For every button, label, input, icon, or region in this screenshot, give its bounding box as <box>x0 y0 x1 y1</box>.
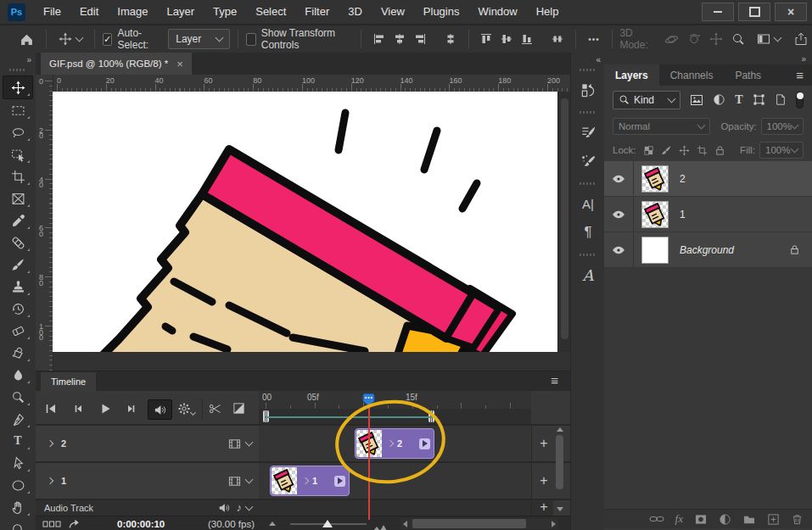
layer-style-button[interactable]: fx <box>675 512 683 526</box>
brush-settings-panel-icon[interactable] <box>571 147 605 176</box>
filter-smart-objects-icon[interactable] <box>775 93 787 106</box>
menu-help[interactable]: Help <box>527 1 568 23</box>
history-panel-icon[interactable] <box>571 75 605 104</box>
layer-row-background[interactable]: Background <box>604 232 812 268</box>
auto-select-target-dropdown[interactable]: Layer <box>168 29 230 49</box>
layers-panel-menu-icon[interactable]: ≡ <box>796 69 804 81</box>
lasso-tool[interactable] <box>3 121 32 143</box>
dodge-tool[interactable] <box>3 386 32 408</box>
previous-frame-button[interactable] <box>71 402 85 416</box>
track-header-1[interactable]: 1 <box>36 463 259 499</box>
maximize-button[interactable] <box>738 3 770 21</box>
clone-stamp-tool[interactable] <box>3 276 32 298</box>
convert-to-frame-animation-button[interactable] <box>42 520 61 528</box>
layer-filter-dropdown[interactable]: Kind <box>613 91 680 109</box>
align-horizontal-centers-button[interactable] <box>389 33 410 45</box>
align-top-edges-button[interactable] <box>476 33 496 45</box>
distribute-horizontal-button[interactable] <box>440 33 461 45</box>
pen-tool[interactable] <box>3 408 32 430</box>
layer-name[interactable]: Background <box>680 244 734 256</box>
vertical-ruler[interactable]: 02 04 06 08 01 0 0 <box>36 75 53 371</box>
timeline-zoom-slider-thumb[interactable] <box>322 520 333 527</box>
auto-select-checkbox[interactable]: ✓ <box>103 33 113 46</box>
layer-lock-icon[interactable] <box>789 244 800 255</box>
blend-mode-dropdown[interactable]: Normal <box>613 118 710 135</box>
layer-name[interactable]: 1 <box>680 209 686 220</box>
mute-audio-button[interactable] <box>148 399 172 420</box>
menu-plugins[interactable]: Plugins <box>414 1 469 23</box>
eraser-tool[interactable] <box>3 320 32 342</box>
hand-tool[interactable] <box>3 496 32 518</box>
add-layer-mask-button[interactable] <box>694 514 708 525</box>
audio-mute-icon[interactable] <box>218 502 230 514</box>
glyphs-panel-icon[interactable]: A <box>571 260 605 289</box>
paint-bucket-tool[interactable] <box>3 342 32 364</box>
align-right-edges-button[interactable] <box>410 33 430 45</box>
align-vertical-centers-button[interactable] <box>496 33 517 45</box>
go-to-first-frame-button[interactable] <box>44 402 58 416</box>
move-tool-preset[interactable] <box>54 32 87 46</box>
scroll-up-icon[interactable] <box>557 427 563 432</box>
photoshop-logo-icon[interactable]: Ps <box>8 3 25 21</box>
frame-tool[interactable] <box>3 187 32 209</box>
layer-thumbnail[interactable] <box>641 165 669 192</box>
zoom-out-timeline-icon[interactable] <box>269 522 276 526</box>
transition-button[interactable] <box>232 402 245 415</box>
timeline-horizontal-scrollbar[interactable] <box>400 518 558 529</box>
document-tab[interactable]: GIF.psd @ 100% (RGB/8) * × <box>41 53 192 75</box>
lock-position-icon[interactable] <box>679 145 690 156</box>
panel-expand-icon[interactable]: » <box>604 53 812 64</box>
filter-type-layers-icon[interactable]: T <box>735 93 742 107</box>
toolbar-expand-icon[interactable]: » <box>0 53 36 66</box>
character-panel-icon[interactable]: A| <box>571 189 605 218</box>
lock-image-icon[interactable] <box>661 145 672 156</box>
toolbar-grip[interactable] <box>9 69 26 71</box>
document-canvas[interactable] <box>53 92 557 352</box>
menu-edit[interactable]: Edit <box>70 1 108 23</box>
home-button[interactable] <box>15 32 38 47</box>
music-note-icon[interactable]: ♪ <box>237 501 243 514</box>
add-audio-button[interactable]: + <box>535 500 553 514</box>
menu-3d[interactable]: 3D <box>339 1 372 23</box>
zoom-in-timeline-icon[interactable] <box>373 522 387 530</box>
panels-collapse-icon[interactable]: « <box>571 53 605 66</box>
crop-tool[interactable] <box>3 165 32 187</box>
spot-healing-brush-tool[interactable] <box>3 232 32 254</box>
clip-expand-icon[interactable] <box>302 477 309 484</box>
brush-tool[interactable] <box>3 254 32 276</box>
timeline-menu-icon[interactable]: ≡ <box>551 374 558 387</box>
history-brush-tool[interactable] <box>3 298 32 320</box>
more-align-options-button[interactable]: ••• <box>584 35 604 44</box>
document-close-icon[interactable]: × <box>176 58 183 70</box>
layer-visibility-toggle[interactable] <box>604 232 634 267</box>
video-track-icon[interactable] <box>228 438 241 450</box>
layer-name[interactable]: 2 <box>680 173 686 185</box>
menu-file[interactable]: File <box>34 1 70 23</box>
move-tool[interactable] <box>3 75 33 99</box>
ellipse-shape-tool[interactable] <box>3 474 32 496</box>
filter-adjustment-layers-icon[interactable] <box>713 93 725 106</box>
share-image-button[interactable] <box>790 32 812 46</box>
fill-field[interactable]: 100% <box>759 142 804 159</box>
menu-window[interactable]: Window <box>468 1 526 23</box>
align-left-edges-button[interactable] <box>369 33 389 45</box>
add-media-button[interactable]: + <box>535 437 553 450</box>
path-selection-tool[interactable] <box>3 452 32 474</box>
scroll-down-icon[interactable] <box>557 507 563 511</box>
paragraph-panel-icon[interactable]: ¶ <box>571 218 605 247</box>
split-at-playhead-button[interactable] <box>209 402 222 416</box>
delete-layer-button[interactable] <box>791 513 804 526</box>
vertical-scrollbar[interactable] <box>557 92 571 352</box>
audio-track-header[interactable]: Audio Track ♪ <box>36 499 259 516</box>
zoom-tool[interactable] <box>3 518 32 530</box>
distribute-vertical-button[interactable] <box>547 33 568 45</box>
layer-thumbnail[interactable] <box>641 201 669 228</box>
object-selection-tool[interactable] <box>3 143 32 165</box>
menu-select[interactable]: Select <box>246 1 295 23</box>
rectangular-marquee-tool[interactable] <box>3 99 32 121</box>
lock-artboard-icon[interactable] <box>697 145 708 156</box>
tab-paths[interactable]: Paths <box>724 64 772 86</box>
layer-row-1[interactable]: 1 <box>604 197 812 232</box>
add-media-button[interactable]: + <box>535 474 553 488</box>
timeline-settings-button[interactable] <box>177 402 195 416</box>
